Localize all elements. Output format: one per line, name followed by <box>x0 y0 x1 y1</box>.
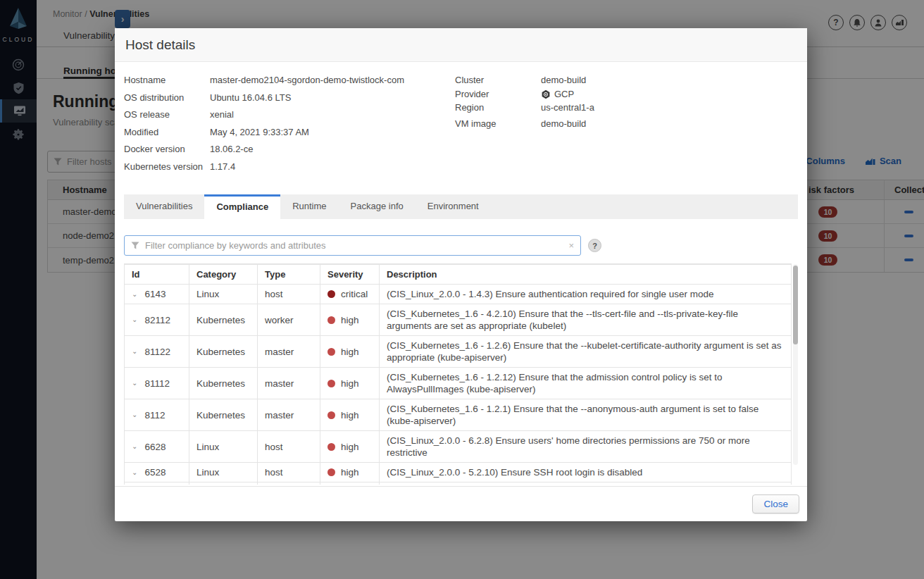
table-row[interactable]: ⌄82112Kubernetesworkerhigh(CIS_Kubernete… <box>125 304 792 336</box>
detail-value: 1.17.4 <box>210 161 235 173</box>
compliance-category: Kubernetes <box>189 368 258 399</box>
compliance-category: Kubernetes <box>189 336 258 368</box>
column-header-description[interactable]: Description <box>380 265 792 285</box>
severity-label: high <box>341 466 359 478</box>
detail-label: Docker version <box>124 143 210 156</box>
compliance-table-viewport: IdCategoryTypeSeverityDescription ⌄6143L… <box>124 263 792 485</box>
column-header-type[interactable]: Type <box>258 265 320 285</box>
compliance-type: host <box>258 285 320 304</box>
modal-tabs-bar: VulnerabilitiesComplianceRuntimePackage … <box>124 194 798 219</box>
compliance-filter-placeholder: Filter compliance by keywords and attrib… <box>145 240 563 251</box>
modal-tab-vulnerabilities[interactable]: Vulnerabilities <box>124 194 204 219</box>
filter-help-icon[interactable]: ? <box>588 239 601 252</box>
compliance-description: (CIS_Kubernetes_1.6 - 4.2.10) Ensure tha… <box>380 304 792 336</box>
detail-label: Provider <box>455 88 541 101</box>
detail-label: Region <box>455 101 541 114</box>
table-row[interactable]: ⌄81122Kubernetesmasterhigh(CIS_Kubernete… <box>125 336 792 368</box>
clear-filter-icon[interactable]: × <box>568 240 574 251</box>
column-header-category[interactable]: Category <box>189 265 258 285</box>
table-row[interactable]: ⌄6143Linuxhostcritical(CIS_Linux_2.0.0 -… <box>125 285 792 304</box>
detail-value: May 4, 2021 9:33:37 AM <box>210 126 309 139</box>
compliance-category: Kubernetes <box>189 399 258 431</box>
severity-dot-icon <box>327 348 335 356</box>
filter-help-glyph: ? <box>592 242 597 250</box>
detail-row: Clusterdemo-build <box>455 74 798 87</box>
compliance-id: 8112 <box>144 409 165 421</box>
table-row[interactable]: ⌄8112Kubernetesmasterhigh(CIS_Kubernetes… <box>125 399 792 431</box>
severity-label: high <box>341 378 359 390</box>
app-screen: CLOUD <box>0 0 924 579</box>
chevron-down-icon[interactable]: ⌄ <box>132 380 137 387</box>
compliance-description: (CIS_Linux_2.0.0 - 6.2.8) Ensure users' … <box>380 431 792 463</box>
detail-label: OS release <box>124 108 210 121</box>
detail-label: Modified <box>124 126 210 139</box>
modal-tab-environment[interactable]: Environment <box>416 194 491 219</box>
detail-row: Docker version18.06.2-ce <box>124 143 455 156</box>
filter-funnel-icon <box>131 242 139 249</box>
compliance-id: 6528 <box>144 466 166 478</box>
compliance-category: Linux <box>189 431 258 463</box>
table-scrollbar[interactable] <box>793 264 798 465</box>
severity-dot-icon <box>327 443 335 451</box>
compliance-category: Linux <box>189 482 258 485</box>
host-details-modal: Host details Hostnamemaster-demo2104-sgo… <box>115 28 807 521</box>
detail-value: 18.06.2-ce <box>210 143 253 156</box>
severity-label: high <box>341 409 359 421</box>
modal-title: Host details <box>125 37 195 53</box>
chevron-down-icon[interactable]: ⌄ <box>132 411 137 418</box>
column-header-severity[interactable]: Severity <box>320 265 380 285</box>
detail-row: Hostnamemaster-demo2104-sgordon-demo-twi… <box>124 74 455 87</box>
close-button[interactable]: Close <box>752 494 799 513</box>
table-row[interactable]: ⌄81112Kubernetesmasterhigh(CIS_Kubernete… <box>125 368 792 399</box>
compliance-type: host <box>258 463 320 482</box>
severity-dot-icon <box>327 380 335 387</box>
compliance-type: host <box>258 482 320 485</box>
host-details-section: Hostnamemaster-demo2104-sgordon-demo-twi… <box>124 74 798 178</box>
detail-value: GCP <box>541 88 574 101</box>
compliance-description: (CIS_Linux_2.0.0 - 5.2.10) Ensure SSH ro… <box>380 463 792 482</box>
compliance-category: Linux <box>189 463 258 482</box>
detail-row: Regionus-central1-a <box>455 101 798 114</box>
compliance-id: 81112 <box>144 378 170 390</box>
detail-row: OS distributionUbuntu 16.04.6 LTS <box>124 92 455 104</box>
severity-label: high <box>341 314 359 326</box>
modal-tab-runtime[interactable]: Runtime <box>280 194 338 219</box>
severity-label: high <box>341 441 359 453</box>
table-row[interactable]: ⌄6528Linuxhosthigh(CIS_Linux_2.0.0 - 5.2… <box>125 463 792 482</box>
host-details-right-column: Clusterdemo-buildProviderGCPRegionus-cen… <box>455 74 798 178</box>
chevron-down-icon[interactable]: ⌄ <box>132 348 137 355</box>
modal-header: Host details <box>115 28 807 62</box>
chevron-down-icon[interactable]: ⌄ <box>132 316 137 323</box>
compliance-filter-input[interactable]: Filter compliance by keywords and attrib… <box>124 235 581 256</box>
compliance-type: host <box>258 431 320 463</box>
chevron-down-icon[interactable]: ⌄ <box>132 469 137 476</box>
detail-value: demo-build <box>541 74 586 87</box>
detail-value: Ubuntu 16.04.6 LTS <box>210 92 291 104</box>
detail-value: us-central1-a <box>541 101 594 114</box>
compliance-type: master <box>258 336 320 368</box>
table-row[interactable]: ⌄6521Linuxhosthigh(CIS_Linux_2.0.0 - 5.2… <box>125 482 792 485</box>
detail-label: OS distribution <box>124 92 210 104</box>
modal-footer: Close <box>115 486 807 521</box>
compliance-id: 81122 <box>144 346 170 358</box>
modal-tab-package-info[interactable]: Package info <box>339 194 416 219</box>
chevron-down-icon[interactable]: ⌄ <box>132 443 137 450</box>
gcp-icon <box>541 89 551 99</box>
compliance-description: (CIS_Linux_2.0.0 - 5.2.1) Ensure permiss… <box>380 482 792 485</box>
chevron-down-icon[interactable]: ⌄ <box>132 291 137 298</box>
compliance-type: worker <box>258 304 320 336</box>
table-row[interactable]: ⌄6628Linuxhosthigh(CIS_Linux_2.0.0 - 6.2… <box>125 431 792 463</box>
severity-dot-icon <box>327 290 335 298</box>
detail-value: xenial <box>210 108 234 121</box>
compliance-description: (CIS_Kubernetes_1.6 - 1.2.12) Ensure tha… <box>380 368 792 399</box>
compliance-type: master <box>258 368 320 399</box>
compliance-description: (CIS_Kubernetes_1.6 - 1.2.6) Ensure that… <box>380 336 792 368</box>
modal-tab-compliance[interactable]: Compliance <box>204 194 280 219</box>
detail-row: VM imagedemo-build <box>455 118 798 130</box>
compliance-description: (CIS_Linux_2.0.0 - 1.4.3) Ensure authent… <box>380 285 792 304</box>
column-header-id[interactable]: Id <box>125 265 189 285</box>
detail-row: Kubernetes version1.17.4 <box>124 161 455 173</box>
scrollbar-thumb[interactable] <box>793 266 798 344</box>
detail-label: Kubernetes version <box>124 161 210 173</box>
severity-dot-icon <box>327 411 335 419</box>
